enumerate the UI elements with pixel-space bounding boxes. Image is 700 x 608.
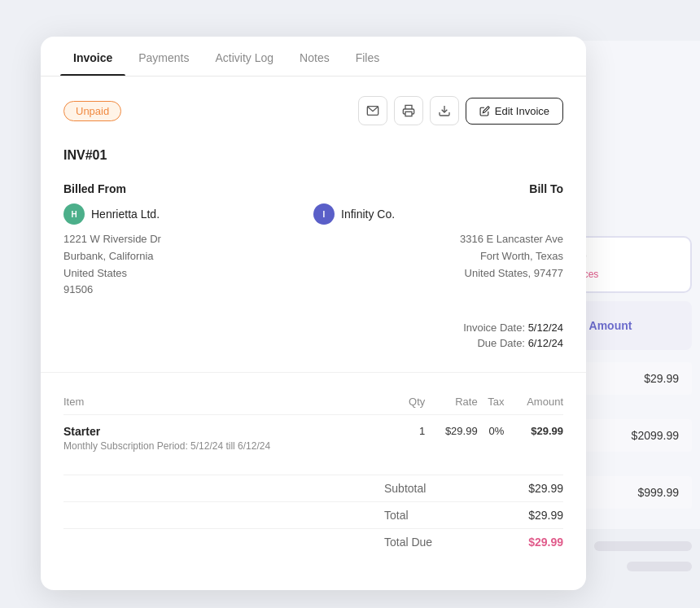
download-button[interactable] (430, 96, 459, 125)
billed-from-name: Henrietta Ltd. (91, 208, 160, 221)
subtotal-row: Subtotal $29.99 (63, 475, 563, 501)
col-amount: Amount (504, 389, 563, 415)
totals-section: Subtotal $29.99 Total $29.99 Total Due $… (63, 475, 563, 555)
bill-to-address: 3316 E Lancaster Ave Fort Worth, Texas U… (313, 231, 563, 282)
billed-from-company-row: H Henrietta Ltd. (63, 203, 313, 225)
dates-section: Invoice Date: 5/12/24 Due Date: 6/12/24 (63, 321, 563, 349)
col-item: Item (63, 389, 399, 415)
email-button[interactable] (358, 96, 387, 125)
edit-icon (479, 106, 490, 116)
item-rate-cell: $29.99 (425, 415, 477, 459)
tab-activity-log[interactable]: Activity Log (203, 37, 287, 76)
billing-section: Billed From H Henrietta Ltd. 1221 W Rive… (63, 182, 563, 299)
tab-notes[interactable]: Notes (287, 37, 343, 76)
bill-to-col: Bill To I Infinity Co. 3316 E Lancaster … (313, 182, 563, 299)
action-bar: Unpaid (63, 96, 563, 125)
total-row: Total $29.99 (63, 501, 563, 528)
invoice-number: INV#01 (63, 148, 563, 163)
invoice-content: Unpaid (41, 77, 586, 575)
item-tax-cell: 0% (478, 415, 505, 459)
billed-from-avatar: H (63, 203, 85, 225)
bg-bar-1 (594, 541, 692, 551)
bg-bar-2 (627, 562, 692, 571)
tab-invoice[interactable]: Invoice (60, 37, 125, 76)
invoice-date-row: Invoice Date: 5/12/24 (63, 321, 563, 334)
billed-from-col: Billed From H Henrietta Ltd. 1221 W Rive… (63, 182, 313, 299)
bill-to-label: Bill To (313, 182, 563, 195)
table-row: Starter Monthly Subscription Period: 5/1… (63, 415, 563, 459)
print-button[interactable] (394, 96, 423, 125)
tabs-bar: Invoice Payments Activity Log Notes File… (41, 37, 586, 77)
subtotal-label: Subtotal (384, 482, 498, 495)
col-rate: Rate (425, 389, 477, 415)
bill-to-avatar: I (313, 203, 335, 225)
tab-payments[interactable]: Payments (125, 37, 202, 76)
items-table: Item Qty Rate Tax Amount Starter Monthly… (63, 389, 563, 458)
col-tax: Tax (478, 389, 505, 415)
tab-files[interactable]: Files (343, 37, 393, 76)
action-buttons: Edit Invoice (358, 96, 563, 125)
item-qty-cell: 1 (399, 415, 426, 459)
total-label: Total (384, 509, 498, 522)
item-amount-cell: $29.99 (504, 415, 563, 459)
bill-to-company-row: I Infinity Co. (313, 203, 563, 225)
total-value: $29.99 (498, 509, 563, 522)
due-date-row: Due Date: 6/12/24 (63, 337, 563, 349)
total-due-value: $29.99 (498, 536, 563, 549)
invoice-card: Invoice Payments Activity Log Notes File… (41, 37, 586, 590)
status-badge: Unpaid (63, 101, 121, 121)
billed-from-address: 1221 W Riverside Dr Burbank, California … (63, 231, 313, 299)
total-due-row: Total Due $29.99 (63, 528, 563, 555)
billed-from-label: Billed From (63, 182, 313, 195)
item-name-cell: Starter Monthly Subscription Period: 5/1… (63, 415, 399, 459)
edit-invoice-button[interactable]: Edit Invoice (466, 98, 563, 125)
divider (41, 372, 586, 373)
bill-to-name: Infinity Co. (341, 208, 395, 221)
total-due-label: Total Due (384, 536, 498, 549)
subtotal-value: $29.99 (498, 482, 563, 495)
svg-rect-1 (405, 112, 412, 116)
col-qty: Qty (399, 389, 426, 415)
